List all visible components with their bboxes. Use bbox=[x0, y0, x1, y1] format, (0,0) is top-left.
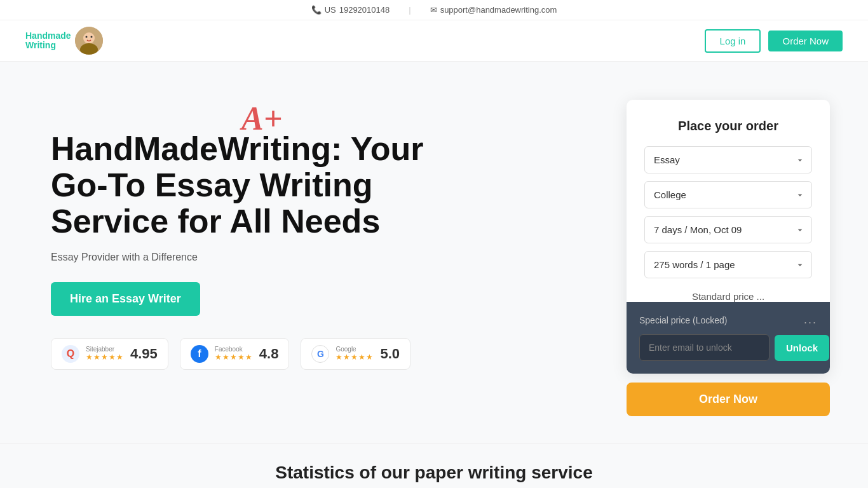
special-price-header: Special price (Locked) ... bbox=[639, 313, 817, 327]
order-now-main-button[interactable]: Order Now bbox=[627, 383, 830, 416]
facebook-stars: ★★★★★ bbox=[215, 353, 253, 362]
order-form-title: Place your order bbox=[644, 119, 812, 133]
phone-info: 📞 US 19292010148 bbox=[311, 5, 390, 15]
facebook-score: 4.8 bbox=[259, 346, 279, 362]
email-address: support@handmadewriting.com bbox=[440, 5, 557, 15]
standard-price: Standard price ... bbox=[644, 291, 812, 302]
order-now-header-button[interactable]: Order Now bbox=[768, 30, 843, 51]
deadline-select[interactable]: 3 hours 6 hours 12 hours 24 hours 2 days… bbox=[644, 216, 812, 243]
header-nav: Log in Order Now bbox=[705, 29, 843, 53]
logo-avatar bbox=[75, 27, 103, 55]
order-form: Place your order Essay Research Paper Di… bbox=[627, 100, 830, 374]
phone-number: 19292010148 bbox=[339, 5, 390, 15]
type-select[interactable]: Essay Research Paper Dissertation Term P… bbox=[644, 146, 812, 173]
hero-title: HandMadeWriting: Your Go-To Essay Writin… bbox=[51, 131, 445, 240]
facebook-details: Facebook ★★★★★ bbox=[215, 346, 253, 362]
sitejabber-stars: ★★★★★ bbox=[86, 353, 124, 362]
svg-point-1 bbox=[83, 32, 95, 44]
phone-icon: 📞 bbox=[311, 5, 322, 15]
login-button[interactable]: Log in bbox=[705, 29, 761, 53]
logo-line2: Writing bbox=[25, 41, 71, 50]
sitejabber-source: Sitejabber bbox=[86, 346, 124, 353]
sitejabber-details: Sitejabber ★★★★★ bbox=[86, 346, 124, 362]
special-price-box: Special price (Locked) ... Unlock bbox=[627, 302, 830, 374]
stats-title: Statistics of our paper writing service bbox=[25, 463, 843, 483]
sitejabber-icon: Q bbox=[62, 345, 79, 363]
sitejabber-rating: Q Sitejabber ★★★★★ 4.95 bbox=[51, 338, 168, 370]
facebook-source: Facebook bbox=[215, 346, 253, 353]
google-stars: ★★★★★ bbox=[336, 353, 374, 362]
email-unlock-input[interactable] bbox=[639, 334, 770, 361]
google-source: Google bbox=[336, 346, 374, 353]
google-rating: G Google ★★★★★ 5.0 bbox=[301, 338, 410, 370]
hero-content: A+ HandMadeWriting: Your Go-To Essay Wri… bbox=[51, 100, 445, 370]
hire-writer-button[interactable]: Hire an Essay Writer bbox=[51, 282, 200, 316]
topbar: 📞 US 19292010148 | ✉ support@handmadewri… bbox=[0, 0, 868, 20]
google-score: 5.0 bbox=[380, 346, 400, 362]
logo-line1: Handmade bbox=[25, 31, 71, 41]
google-details: Google ★★★★★ bbox=[336, 346, 374, 362]
sitejabber-score: 4.95 bbox=[130, 346, 158, 362]
phone-label: US bbox=[325, 5, 336, 15]
hero-section: A+ HandMadeWriting: Your Go-To Essay Wri… bbox=[0, 62, 868, 443]
ratings-row: Q Sitejabber ★★★★★ 4.95 f Facebook ★★★★★… bbox=[51, 338, 445, 370]
email-icon: ✉ bbox=[430, 5, 437, 15]
stats-section: Statistics of our paper writing service bbox=[0, 443, 868, 488]
order-form-wrapper: Place your order Essay Research Paper Di… bbox=[627, 100, 830, 416]
topbar-divider: | bbox=[409, 5, 410, 15]
facebook-icon: f bbox=[191, 345, 208, 363]
pages-select[interactable]: 275 words / 1 page 550 words / 2 pages 8… bbox=[644, 251, 812, 278]
unlock-button[interactable]: Unlock bbox=[775, 335, 829, 361]
unlock-row: Unlock bbox=[639, 334, 817, 361]
level-select[interactable]: High School College University Masters P… bbox=[644, 181, 812, 208]
header: Handmade Writing Log in Order Now bbox=[0, 20, 868, 62]
special-price-dots: ... bbox=[804, 313, 817, 327]
hero-subtitle: Essay Provider with a Difference bbox=[51, 252, 445, 263]
email-info: ✉ support@handmadewriting.com bbox=[430, 5, 557, 15]
google-icon: G bbox=[311, 345, 329, 363]
facebook-rating: f Facebook ★★★★★ 4.8 bbox=[180, 338, 290, 370]
svg-point-4 bbox=[90, 36, 92, 38]
svg-point-3 bbox=[85, 36, 87, 38]
logo[interactable]: Handmade Writing bbox=[25, 27, 103, 55]
special-price-label: Special price (Locked) bbox=[639, 315, 728, 325]
